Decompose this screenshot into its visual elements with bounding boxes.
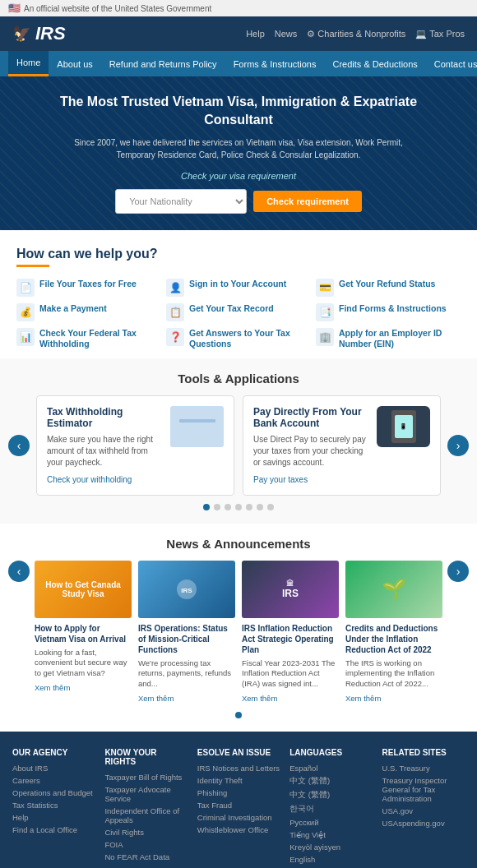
footer-link[interactable]: FOIA [104,840,187,849]
footer-link[interactable]: 中文 (繁體) [289,790,372,801]
nav-home[interactable]: Home [8,51,49,76]
tool-card-desc: Make sure you have the right amount of t… [47,434,164,469]
news-card-link[interactable]: Xem thêm [138,694,174,703]
footer-grid: Our Agency About IRS Careers Operations … [12,748,465,868]
nav-contact[interactable]: Contact us [426,53,477,76]
carousel-dot-1[interactable] [214,504,220,510]
footer-link[interactable]: Taxpayer Bill of Rights [104,773,187,782]
help-item-label: Sign in to Your Account [189,279,286,290]
news-card-3[interactable]: 🌱 Credits and Deductions Under the Infla… [345,561,442,704]
footer-link[interactable]: Whistleblower Office [197,825,280,834]
footer-link[interactable]: Phishing [197,788,280,797]
footer-link[interactable]: 中文 (繁體) [289,776,372,787]
news-card-1[interactable]: IRS IRS Operations: Status of Mission-Cr… [138,561,235,704]
nav-credits[interactable]: Credits & Deductions [324,53,425,76]
footer-link[interactable]: Careers [12,776,95,785]
help-item-payment[interactable]: 💰 Make a Payment [16,303,161,321]
nationality-select[interactable]: Your Nationality [115,189,247,214]
footer-link[interactable]: Criminal Investigation [197,813,280,822]
news-card-title: Credits and Deductions Under the Inflati… [345,623,442,655]
footer-link[interactable]: English [289,855,372,864]
footer-link[interactable]: Tax Statistics [12,801,95,810]
carousel-dot-0[interactable] [203,504,210,510]
news-card-link[interactable]: Xem thêm [345,694,381,703]
footer-link[interactable]: Identity Theft [197,776,280,785]
charities-link[interactable]: ⚙ Charities & Nonprofits [307,29,405,39]
footer-link[interactable]: Taxpayer Advocate Service [104,785,187,803]
help-item-refund[interactable]: 💳 Get Your Refund Status [316,279,461,297]
taxpros-icon: 💻 [415,29,427,39]
help-item-tax-record[interactable]: 📋 Get Your Tax Record [166,303,311,321]
gov-banner: 🇺🇸 An official website of the United Sta… [0,0,477,16]
footer-link[interactable]: Treasury Inspector General for Tax Admin… [382,776,465,803]
footer-link[interactable]: Español [289,764,372,773]
news-link[interactable]: News [275,29,298,39]
footer-link[interactable]: Independent Office of Appeals [104,806,187,824]
withholding-icon: 📊 [16,328,35,346]
footer-link[interactable]: Find a Local Office [12,825,95,834]
help-item-file-taxes[interactable]: 📄 File Your Taxes for Free [16,279,161,297]
help-item-ein[interactable]: 🏢 Apply for an Employer ID Number (EIN) [316,328,461,350]
carousel-dot-6[interactable] [267,504,274,510]
eagle-icon: 🦅 [12,25,30,43]
tool-card-title: Pay Directly From Your Bank Account [253,406,370,429]
footer-link[interactable]: Русский [289,818,372,827]
nav-refund[interactable]: Refund and Returns Policy [101,53,225,76]
carousel-dot-2[interactable] [225,504,231,510]
news-next-button[interactable]: › [447,561,469,582]
tax-record-icon: 📋 [166,303,184,321]
footer-link[interactable]: USAspending.gov [382,819,465,828]
site-footer: Our Agency About IRS Careers Operations … [0,732,477,868]
footer-link[interactable]: Tiếng Việt [289,830,372,839]
charity-icon: ⚙ [307,29,315,39]
tools-prev-button[interactable]: ‹ [8,435,30,456]
footer-link[interactable]: No FEAR Act Data [104,852,187,861]
tool-card-inner: Tax Withholding Estimator Make sure you … [47,406,224,485]
footer-link[interactable]: About IRS [12,764,95,773]
nav-forms[interactable]: Forms & Instructions [225,53,325,76]
help-link[interactable]: Help [246,29,265,39]
footer-link[interactable]: IRS Notices and Letters [197,764,280,773]
footer-link[interactable]: Tax Fraud [197,801,280,810]
tool-card-title: Tax Withholding Estimator [47,406,164,429]
news-dot-0[interactable] [235,712,242,718]
footer-col-heading: Our Agency [12,748,95,757]
footer-link[interactable]: 한국어 [289,804,372,815]
footer-col-heading: Related Sites [382,748,465,757]
taxpros-link[interactable]: 💻 Tax Pros [415,29,465,39]
main-nav: Home About us Refund and Returns Policy … [0,51,477,76]
footer-link[interactable]: Kreyòl ayisyen [289,843,372,852]
help-item-forms[interactable]: 📑 Find Forms & Instructions [316,303,461,321]
logo-text[interactable]: IRS [35,23,66,44]
carousel-dot-5[interactable] [257,504,263,510]
news-card-0[interactable]: How to Get Canada Study Visa How to Appl… [35,561,132,704]
news-prev-button[interactable]: ‹ [8,561,30,582]
tools-carousel: ‹ Tax Withholding Estimator Make sure yo… [8,395,469,496]
news-card-link[interactable]: Xem thêm [242,694,277,703]
news-card-2[interactable]: 🏛 IRS IRS Inflation Reduction Act Strate… [242,561,339,704]
tool-card-link[interactable]: Check your withholding [47,475,132,484]
news-card-desc: Fiscal Year 2023-2031 The Inflation Redu… [242,658,339,689]
payment-icon: 💰 [16,303,35,321]
footer-link[interactable]: Help [12,813,95,822]
carousel-dot-3[interactable] [235,504,242,510]
news-card-link[interactable]: Xem thêm [35,683,70,692]
nav-about[interactable]: About us [49,53,100,76]
footer-link[interactable]: Operations and Budget [12,788,95,797]
footer-link[interactable]: USA.gov [382,806,465,815]
news-card-desc: The IRS is working on implementing the I… [345,658,442,689]
footer-col-languages: Languages Español 中文 (繁體) 中文 (繁體) 한국어 Ру… [289,748,372,868]
help-title: How can we help you? [16,247,461,261]
news-card-title: IRS Operations: Status of Mission-Critic… [138,623,235,655]
carousel-dot-4[interactable] [246,504,252,510]
help-item-withholding[interactable]: 📊 Check Your Federal Tax Withholding [16,328,161,350]
check-requirement-button[interactable]: Check requirement [253,191,362,212]
news-card-desc: We're processing tax returns, payments, … [138,658,235,689]
tool-card-link[interactable]: Pay your taxes [253,475,308,484]
footer-link[interactable]: Civil Rights [104,828,187,837]
footer-link[interactable]: U.S. Treasury [382,764,465,773]
help-grid: 📄 File Your Taxes for Free 👤 Sign in to … [16,279,461,350]
help-item-answers[interactable]: ❓ Get Answers to Your Tax Questions [166,328,311,350]
help-item-sign-in[interactable]: 👤 Sign in to Your Account [166,279,311,297]
tools-next-button[interactable]: › [447,435,469,456]
